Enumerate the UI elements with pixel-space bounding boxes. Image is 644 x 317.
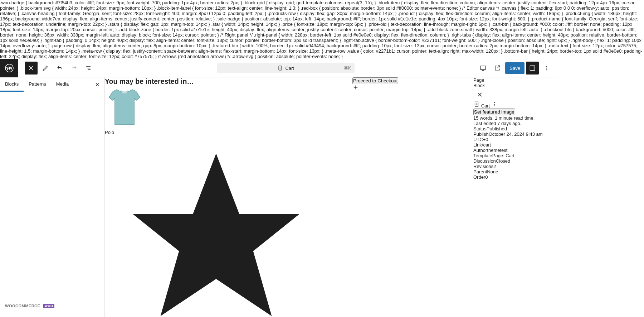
topbar: Cart ⌘K Save [0,59,557,77]
view-button[interactable] [477,62,489,75]
save-button[interactable]: Save [505,62,525,74]
close-settings-button[interactable] [473,88,486,101]
svg-point-14 [546,66,547,67]
meta-value-link[interactable]: /cart [482,142,491,148]
svg-point-15 [546,68,547,69]
checkout-button[interactable]: Proceed to Checkout [352,77,398,84]
page-icon [277,65,283,71]
toggle-inserter-button[interactable] [25,62,38,75]
svg-point-67 [494,102,495,103]
product-rating [105,135,327,317]
block-item-product-search[interactable]: Product Search [1,311,103,317]
meta-row-author: Authorthemetest [473,148,557,153]
meta-value-status[interactable]: Published [487,126,507,131]
tab-blocks[interactable]: Blocks [0,77,24,92]
inserter-tabs: Blocks Patterns Media [0,77,104,92]
tab-patterns[interactable]: Patterns [24,77,51,92]
meta-label: Publish [473,131,489,137]
svg-rect-12 [530,66,535,70]
product-search-icon [1,311,103,317]
redo-button[interactable] [68,62,80,75]
meta-row-parent: ParentNone [473,169,557,174]
close-inserter-button[interactable] [93,80,102,89]
tab-block[interactable]: Block [473,83,557,88]
page-icon [473,101,480,107]
svg-point-16 [546,69,547,71]
meta-row-revisions: Revisions2 [473,164,557,169]
tab-page[interactable]: Page [473,77,557,83]
meta-value-parent[interactable]: None [487,169,498,174]
meta-row-status: StatusPublished [473,126,557,131]
word-count-text: 15 words, 1 minute read time. [473,115,557,121]
product-image[interactable] [105,86,327,130]
meta-label: Author [473,148,487,153]
meta-label: Revisions [473,164,493,169]
meta-label: Parent [473,169,487,174]
meta-label: Link [473,142,482,148]
edit-icon[interactable] [39,62,52,75]
last-edited-text: Last edited 7 days ago. [473,121,557,126]
svg-rect-10 [480,66,486,69]
page-actions-icon[interactable] [491,101,498,107]
meta-value-revisions[interactable]: 2 [493,164,496,169]
meta-label: Discussion [473,158,496,164]
undo-button[interactable] [53,62,66,75]
meta-row-publish: PublishOctober 24, 2024 9:43 am UTC+0 [473,131,557,142]
shortcut-hint: ⌘K [344,66,351,71]
settings-panel: Page Block Cart Set featured image 15 wo… [473,77,557,317]
meta-value-order[interactable]: 0 [485,174,488,180]
plus-icon [352,84,359,91]
meta-row-discussion: DiscussionClosed [473,158,557,164]
wordpress-logo[interactable] [0,59,18,77]
meta-label: Order [473,174,485,180]
meta-label: Status [473,126,487,131]
inserter-panel: Blocks Patterns Media WOOCOMMERCE WOO Pr… [0,77,105,317]
svg-point-68 [494,104,495,105]
document-title-text: Cart [285,66,294,71]
editor-canvas[interactable]: You may be interested in… Polo$200.002 i… [105,77,473,317]
external-link-button[interactable] [491,62,504,75]
tab-media[interactable]: Media [51,77,74,92]
product-name[interactable]: Polo [105,130,327,135]
annotation-highlight-box [1,92,103,301]
more-options-button[interactable] [540,62,553,75]
list-view-button[interactable] [82,62,95,75]
document-title[interactable]: Cart ⌘K [217,63,355,73]
meta-value-discussion[interactable]: Closed [496,158,510,164]
meta-label: Template [473,153,492,158]
product-card[interactable]: Polo$200.002 in cart [105,86,327,317]
meta-row-order: Order0 [473,174,557,180]
woocommerce-section-label: WOOCOMMERCE [5,304,40,308]
page-name: Cart [481,103,490,109]
set-featured-image-button[interactable]: Set featured image [473,109,515,115]
meta-row-template: TemplatePage: Cart [473,153,557,158]
blocks-list: WOOCOMMERCE WOO Product SearchAll Produc… [0,92,104,317]
heading-interested[interactable]: You may be interested in… [105,77,327,86]
settings-sidebar-button[interactable] [526,62,539,75]
meta-value-author[interactable]: themetest [487,148,507,153]
add-block-zone-side[interactable] [352,84,473,92]
svg-point-69 [494,105,495,106]
meta-value-template[interactable]: Page: Cart [492,153,514,158]
meta-row-link: Link/cart [473,142,557,148]
products-row: Polo$200.002 in cartLong Sleeve Tee$250.… [105,86,327,317]
woo-badge: WOO [43,304,54,308]
